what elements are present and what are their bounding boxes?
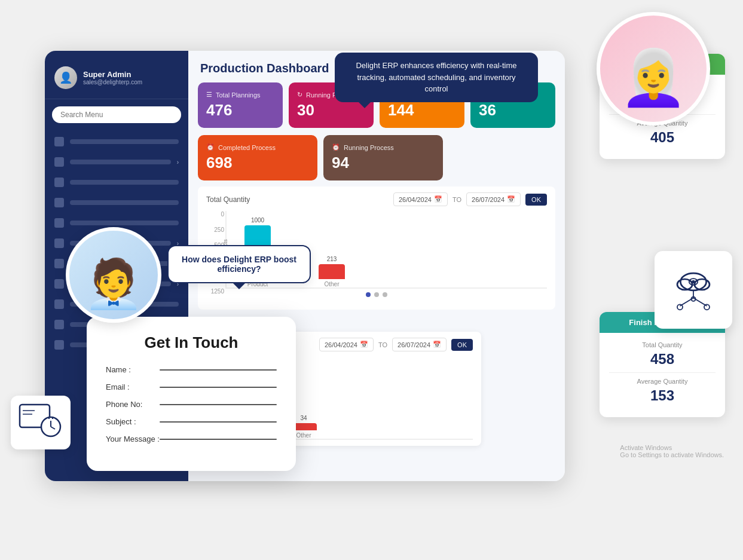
contact-form: Get In Touch Name : Email : Phone No: Su… — [87, 317, 296, 471]
timer-icon — [17, 402, 65, 443]
chart1-from-date[interactable]: 26/04/2024 📅 — [393, 192, 448, 206]
stat-card-total-plannings: ☰ Total Plannings 476 — [198, 82, 283, 128]
finish-avg-qty-value: 153 — [609, 387, 716, 404]
semi-finish-avg-qty-value: 405 — [609, 129, 716, 146]
form-field-phone: Phone No: — [106, 400, 277, 409]
chart2-from-date[interactable]: 26/04/2024 📅 — [319, 338, 374, 351]
stat-card-running-process: ⏰ Running Process 94 — [323, 135, 443, 180]
chart1-bar-other: 213 Other — [319, 256, 345, 287]
message-label: Your Message : — [106, 434, 160, 443]
profile-email: sales@delighterp.com — [83, 79, 142, 85]
phone-label: Phone No: — [106, 400, 160, 409]
chart1-ok-button[interactable]: OK — [525, 194, 547, 206]
search-input[interactable] — [52, 106, 181, 123]
gear-icon — [54, 320, 64, 329]
speech-bubble-bottom: How does Delight ERP boost efficiency? — [167, 245, 311, 283]
activate-windows: Activate Windows Go to Settings to activ… — [620, 444, 724, 458]
completed-process-value: 698 — [206, 154, 309, 172]
sidebar-label-bar — [70, 139, 179, 144]
name-label: Name : — [106, 365, 160, 374]
subject-label: Subject : — [106, 417, 160, 426]
bar-value: 213 — [327, 256, 337, 262]
sidebar-item-0[interactable] — [45, 131, 188, 152]
grid-icon — [54, 178, 64, 187]
phone-input-line — [160, 404, 277, 405]
bar-red — [319, 264, 345, 279]
sidebar-label-bar — [70, 221, 179, 225]
finish-total-qty-label: Total Quantity — [609, 341, 716, 348]
chart1-title: Total Quantity — [206, 195, 250, 204]
email-label: Email : — [106, 382, 160, 391]
finish-avg-qty-label: Average Quantity — [609, 378, 716, 385]
sidebar-profile: 👤 Super Admin sales@delighterp.com — [45, 60, 188, 99]
chart1-controls: Total Quantity 26/04/2024 📅 TO 26/07/202… — [206, 192, 547, 206]
avatar: 👤 — [54, 66, 77, 89]
grid-icon — [54, 157, 64, 167]
bar-label: Other — [296, 432, 311, 439]
bar-value: 1000 — [251, 217, 264, 224]
email-input-line — [160, 387, 277, 388]
calendar-icon: 📅 — [360, 341, 368, 348]
bar-label: Other — [324, 281, 339, 287]
completed-value: 36 — [479, 101, 547, 120]
grid-icon — [54, 198, 64, 207]
dot-active — [366, 292, 371, 297]
calendar-icon: ☰ — [206, 91, 212, 99]
form-field-email: Email : — [106, 382, 277, 391]
running-plan-value: 30 — [297, 101, 365, 120]
divider — [609, 372, 716, 373]
refresh-icon: ↻ — [297, 91, 302, 99]
stat-card-completed-process: ⏰ Completed Process 698 — [198, 135, 317, 180]
form-title: Get In Touch — [106, 333, 277, 352]
subject-input-line — [160, 421, 277, 423]
chart1-to-date[interactable]: 26/07/2024 📅 — [466, 192, 521, 206]
svg-point-8 — [677, 304, 683, 310]
calendar-icon: 📅 — [434, 195, 442, 203]
clock-icon: ⏰ — [206, 143, 215, 151]
svg-point-9 — [704, 304, 710, 310]
sidebar-label-bar — [70, 200, 179, 205]
calendar-icon: 📅 — [507, 195, 515, 203]
form-field-subject: Subject : — [106, 417, 277, 426]
chart2-ok-button[interactable]: OK — [451, 339, 473, 351]
clock-icon: ⏰ — [332, 143, 340, 151]
bar-value: 34 — [300, 415, 307, 421]
cloud-network-icon — [666, 263, 720, 317]
folder-icon — [54, 259, 64, 268]
dot-inactive — [383, 292, 387, 297]
pending-plan-value: 144 — [388, 101, 456, 120]
cart-icon — [54, 238, 64, 248]
chart2-to-date[interactable]: 26/07/2024 📅 — [392, 338, 447, 351]
total-plannings-value: 476 — [206, 101, 274, 120]
progress-dots — [206, 289, 547, 298]
form-field-message: Your Message : — [106, 434, 277, 443]
sidebar-label-bar — [70, 180, 179, 185]
form-field-name: Name : — [106, 365, 277, 374]
sidebar-item-3[interactable] — [45, 192, 188, 213]
tool-icon — [54, 218, 64, 228]
message-input-line — [160, 439, 277, 440]
finish-total-qty-value: 458 — [609, 351, 716, 368]
chevron-right-icon: › — [177, 159, 179, 166]
svg-point-4 — [692, 280, 695, 283]
running-process-value: 94 — [332, 154, 435, 172]
man-avatar: 🧑‍💼 — [66, 227, 161, 323]
sidebar-item-1[interactable]: › — [45, 152, 188, 172]
cart-icon — [54, 279, 64, 289]
sidebar-item-2[interactable] — [45, 172, 188, 192]
sidebar-label-bar — [70, 160, 171, 164]
calendar-icon: 📅 — [433, 341, 441, 348]
name-input-line — [160, 369, 277, 371]
grid-icon — [54, 137, 64, 146]
woman-avatar: 👩‍🦳 — [597, 12, 710, 126]
timer-card — [11, 396, 71, 449]
profile-name: Super Admin — [83, 70, 142, 79]
gear-icon — [54, 340, 64, 350]
plus-icon — [54, 299, 64, 309]
speech-bubble-top: Delight ERP enhances efficiency with rea… — [335, 53, 538, 102]
stat-cards-row2: ⏰ Completed Process 698 ⏰ Running Proces… — [188, 135, 565, 186]
cloud-card — [655, 251, 732, 329]
dot-inactive — [374, 292, 379, 297]
